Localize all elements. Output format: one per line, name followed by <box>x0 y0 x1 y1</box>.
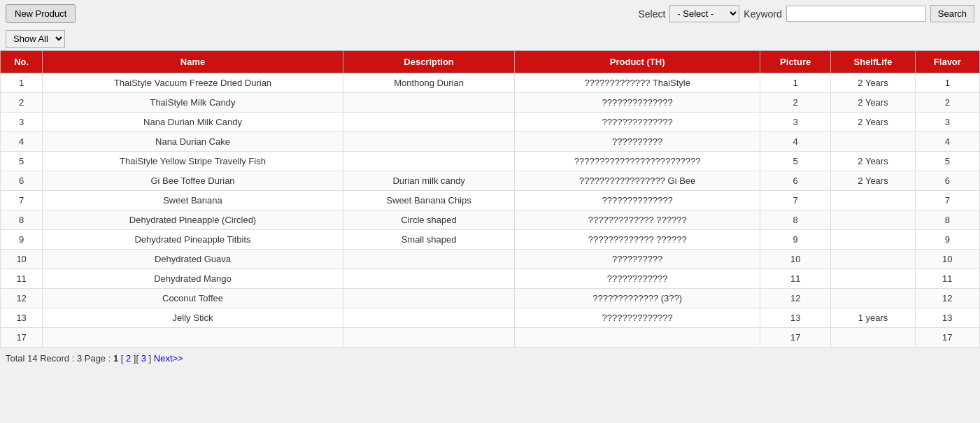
table-cell: Durian milk candy <box>343 171 515 191</box>
table-cell: 8 <box>760 210 831 230</box>
col-shelflife: ShelfLife <box>831 51 915 73</box>
table-cell: ????????????????????????? <box>515 152 760 171</box>
table-cell: ????????????????? Gi Bee <box>515 171 760 191</box>
table-row: 10Dehydrated Guava??????????1010 <box>1 250 980 269</box>
table-cell: 5 <box>915 152 979 171</box>
table-cell: 1 years <box>831 308 915 328</box>
col-no: No. <box>1 51 43 73</box>
table-cell <box>343 93 515 113</box>
filter-row: Show All Active Inactive <box>0 27 980 50</box>
table-cell: 3 <box>1 113 43 132</box>
select-dropdown[interactable]: - Select - Name Description <box>669 5 739 22</box>
table-cell: Sweet Banana Chips <box>343 191 515 210</box>
table-cell: 3 <box>915 113 979 132</box>
table-cell: ?????????? <box>515 132 760 152</box>
table-cell: Dehydrated Guava <box>43 250 343 269</box>
table-cell: 1 <box>915 73 979 93</box>
table-cell: 8 <box>1 210 43 230</box>
table-cell: ????????????? (3??) <box>515 289 760 308</box>
table-cell: 17 <box>915 328 979 347</box>
table-cell: 12 <box>915 289 979 308</box>
table-cell <box>831 328 915 347</box>
table-cell: 6 <box>1 171 43 191</box>
table-cell <box>831 132 915 152</box>
table-cell: 5 <box>1 152 43 171</box>
table-cell: 9 <box>760 230 831 250</box>
pagination-bracket-open: [ <box>118 353 126 364</box>
table-cell: 2 Years <box>831 93 915 113</box>
top-bar: New Product Select - Select - Name Descr… <box>0 0 980 27</box>
col-product-th: Product (TH) <box>515 51 760 73</box>
table-cell: 2 <box>915 93 979 113</box>
pagination-total: Total 14 Record : 3 Page : <box>6 353 113 364</box>
table-cell <box>343 113 515 132</box>
pagination-page-3[interactable]: 3 <box>141 353 146 364</box>
table-cell <box>343 269 515 289</box>
table-cell <box>831 210 915 230</box>
header-row: No. Name Description Product (TH) Pictur… <box>1 51 980 73</box>
table-cell: Circle shaped <box>343 210 515 230</box>
table-cell: 17 <box>760 328 831 347</box>
table-cell: 6 <box>915 171 979 191</box>
table-cell: Dehydrated Pineapple (Circled) <box>43 210 343 230</box>
table-row: 2ThaiStyle Milk Candy??????????????22 Ye… <box>1 93 980 113</box>
table-cell: 10 <box>1 250 43 269</box>
table-body: 1ThaiStyle Vacuum Freeze Dried DurianMon… <box>1 73 980 347</box>
pagination-next[interactable]: Next>> <box>154 353 183 364</box>
table-cell <box>343 152 515 171</box>
table-cell: Nana Durian Milk Candy <box>43 113 343 132</box>
table-cell <box>831 269 915 289</box>
table-cell: ?????????????? <box>515 113 760 132</box>
table-cell: 17 <box>1 328 43 347</box>
table-row: 11Dehydrated Mango????????????1111 <box>1 269 980 289</box>
table-header: No. Name Description Product (TH) Pictur… <box>1 51 980 73</box>
table-cell: 11 <box>760 269 831 289</box>
table-cell: Sweet Banana <box>43 191 343 210</box>
table-row: 13Jelly Stick??????????????131 years13 <box>1 308 980 328</box>
table-cell: Dehydrated Pineapple Titbits <box>43 230 343 250</box>
new-product-button[interactable]: New Product <box>6 4 76 23</box>
table-cell: 13 <box>1 308 43 328</box>
table-cell <box>343 250 515 269</box>
col-picture: Picture <box>760 51 831 73</box>
table-cell <box>343 289 515 308</box>
table-cell: ?????????????? <box>515 191 760 210</box>
table-cell: 2 Years <box>831 152 915 171</box>
table-cell: 2 Years <box>831 73 915 93</box>
table-row: 6Gi Bee Toffee DurianDurian milk candy??… <box>1 171 980 191</box>
table-cell: 7 <box>760 191 831 210</box>
table-cell: 13 <box>760 308 831 328</box>
table-cell: 10 <box>915 250 979 269</box>
table-cell <box>343 328 515 347</box>
col-flavor: Flavor <box>915 51 979 73</box>
table-cell: ????????????? ?????? <box>515 210 760 230</box>
table-row: 9Dehydrated Pineapple TitbitsSmall shape… <box>1 230 980 250</box>
table-cell: 4 <box>915 132 979 152</box>
table-cell: Nana Durian Cake <box>43 132 343 152</box>
pagination: Total 14 Record : 3 Page : 1 [ 2 ][ 3 ] … <box>0 347 980 369</box>
table-cell: 11 <box>915 269 979 289</box>
table-row: 12Coconut Toffee????????????? (3??)1212 <box>1 289 980 308</box>
table-cell <box>831 289 915 308</box>
table-cell: Coconut Toffee <box>43 289 343 308</box>
products-table: No. Name Description Product (TH) Pictur… <box>0 50 980 347</box>
table-cell: ThaiStyle Milk Candy <box>43 93 343 113</box>
table-cell: ???????????? <box>515 269 760 289</box>
top-bar-right: Select - Select - Name Description Keywo… <box>638 5 974 22</box>
keyword-input[interactable] <box>786 6 926 22</box>
table-cell <box>343 132 515 152</box>
table-row: 3Nana Durian Milk Candy??????????????32 … <box>1 113 980 132</box>
table-cell: Gi Bee Toffee Durian <box>43 171 343 191</box>
table-cell: 12 <box>1 289 43 308</box>
table-cell <box>831 230 915 250</box>
search-button[interactable]: Search <box>930 5 974 22</box>
table-row: 8Dehydrated Pineapple (Circled)Circle sh… <box>1 210 980 230</box>
table-cell: 7 <box>1 191 43 210</box>
col-description: Description <box>343 51 515 73</box>
table-cell: 3 <box>760 113 831 132</box>
table-row: 171717 <box>1 328 980 347</box>
select-label: Select <box>638 8 665 20</box>
show-all-dropdown[interactable]: Show All Active Inactive <box>6 30 65 48</box>
table-cell: Monthong Durian <box>343 73 515 93</box>
table-cell <box>831 250 915 269</box>
